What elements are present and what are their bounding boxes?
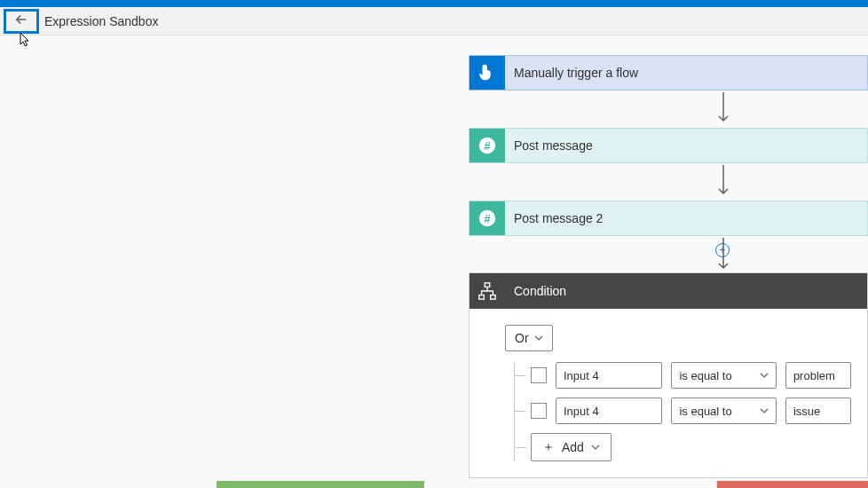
right-operand-input[interactable]: issue [785, 397, 851, 424]
plus-icon: ＋ [542, 439, 555, 455]
chevron-down-icon [760, 369, 769, 382]
row-checkbox[interactable] [531, 403, 547, 419]
svg-rect-4 [485, 283, 490, 287]
flow-canvas[interactable]: Manually trigger a flow # Post message #… [0, 35, 868, 488]
svg-rect-6 [491, 295, 496, 300]
page-title: Expression Sandbox [44, 14, 158, 28]
condition-row: Input 4 is equal to problem [515, 362, 851, 389]
no-branch-peek [717, 481, 868, 488]
operator-select[interactable]: is equal to [671, 397, 776, 424]
flow-arrow-icon [716, 165, 730, 201]
left-operand-input[interactable]: Input 4 [556, 397, 662, 424]
left-operand-input[interactable]: Input 4 [556, 362, 662, 389]
row-checkbox[interactable] [531, 367, 547, 383]
post-message-card[interactable]: # Post message [469, 128, 868, 163]
chevron-down-icon [591, 440, 600, 454]
group-operator-select[interactable]: Or [505, 325, 553, 351]
add-condition-button[interactable]: ＋ Add [531, 433, 612, 461]
flow-arrow-icon [716, 92, 730, 129]
post-message-title: Post message [514, 138, 593, 153]
post-message-2-card[interactable]: # Post message 2 [469, 201, 868, 236]
hash-icon: # [470, 129, 505, 162]
condition-body: Or Input 4 is equal to problem Input 4 [470, 309, 867, 477]
group-operator-label: Or [515, 331, 529, 345]
trigger-card[interactable]: Manually trigger a flow [469, 55, 868, 91]
hash-icon: # [470, 201, 505, 235]
hand-tap-icon [470, 56, 505, 90]
svg-text:#: # [484, 139, 490, 153]
back-button[interactable] [4, 9, 39, 34]
post-message-2-title: Post message 2 [514, 211, 603, 225]
right-operand-input[interactable]: problem [785, 362, 851, 389]
add-label: Add [562, 440, 584, 454]
yes-branch-peek [217, 481, 424, 488]
condition-rows: Input 4 is equal to problem Input 4 is e… [514, 362, 851, 461]
arrow-left-icon [13, 12, 29, 30]
svg-text:#: # [484, 212, 490, 225]
svg-rect-5 [479, 295, 485, 300]
condition-title: Condition [514, 284, 566, 298]
page-header: Expression Sandbox [0, 7, 868, 35]
condition-header[interactable]: Condition [470, 273, 867, 309]
trigger-title: Manually trigger a flow [514, 66, 638, 80]
condition-card[interactable]: Condition Or Input 4 is equal to problem [469, 272, 868, 478]
flow-arrow-icon [716, 238, 730, 276]
window-top-bar [0, 0, 868, 7]
chevron-down-icon [760, 405, 769, 418]
condition-row: Input 4 is equal to issue [515, 397, 851, 424]
chevron-down-icon [534, 331, 543, 345]
operator-select[interactable]: is equal to [671, 362, 776, 389]
condition-icon [470, 273, 505, 309]
